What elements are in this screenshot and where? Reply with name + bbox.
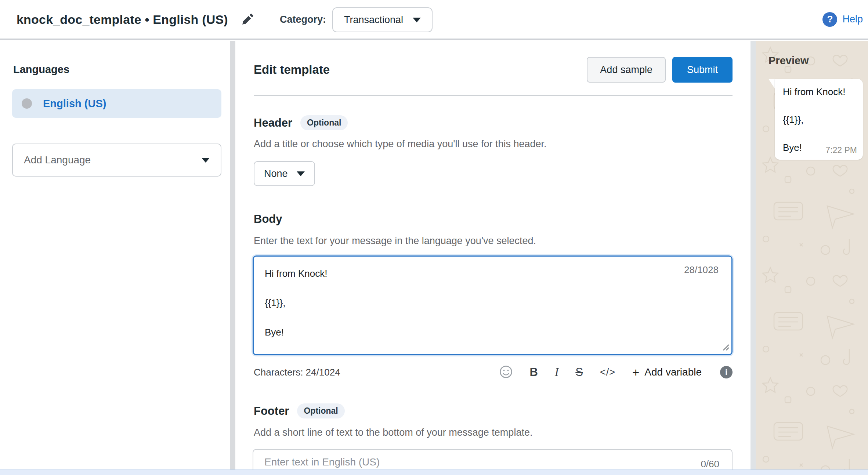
body-section-title: Body bbox=[254, 213, 282, 226]
header-section-description: Add a title or choose which type of medi… bbox=[254, 138, 547, 150]
chevron-down-icon bbox=[202, 158, 210, 163]
message-bubble: Hi from Knock! {{1}}, Bye! 7:22 PM bbox=[775, 79, 863, 160]
languages-sidebar: Languages English (US) Add Language bbox=[0, 41, 230, 469]
chevron-down-icon bbox=[297, 171, 305, 176]
italic-button[interactable]: I bbox=[555, 366, 558, 379]
language-label: English (US) bbox=[43, 98, 106, 110]
main-scrollbar[interactable] bbox=[751, 41, 756, 469]
chevron-down-icon bbox=[413, 18, 421, 22]
header-type-value: None bbox=[264, 168, 288, 180]
category-label: Category: bbox=[280, 14, 326, 25]
edit-template-panel: Edit template Add sample Submit Header O… bbox=[235, 41, 751, 469]
languages-heading: Languages bbox=[13, 64, 69, 76]
body-format-toolbar: Characters: 24/1024 B I S </> + Add v bbox=[254, 363, 733, 381]
template-title: knock_doc_template • English (US) bbox=[17, 12, 228, 26]
plus-icon: + bbox=[632, 366, 639, 378]
code-button[interactable]: </> bbox=[600, 367, 615, 378]
category-select[interactable]: Transactional bbox=[332, 7, 433, 32]
emoji-button[interactable] bbox=[499, 365, 513, 380]
optional-badge: Optional bbox=[297, 403, 344, 418]
add-language-placeholder: Add Language bbox=[24, 154, 91, 166]
top-bar: knock_doc_template • English (US) Catego… bbox=[0, 0, 868, 40]
page-title: Edit template bbox=[254, 63, 330, 77]
preview-heading: Preview bbox=[768, 55, 809, 67]
add-variable-label: Add variable bbox=[644, 366, 702, 378]
help-label: Help bbox=[842, 14, 863, 25]
add-variable-button[interactable]: + Add variable bbox=[632, 366, 702, 378]
pencil-icon bbox=[240, 22, 255, 28]
submit-button[interactable]: Submit bbox=[672, 57, 733, 83]
bottom-bar bbox=[0, 469, 868, 475]
message-text: Hi from Knock! {{1}}, Bye! bbox=[783, 85, 856, 155]
characters-counter-label: Characters: 24/1024 bbox=[254, 367, 340, 378]
add-sample-button[interactable]: Add sample bbox=[587, 57, 666, 83]
language-status-dot-icon bbox=[22, 98, 32, 109]
edit-title-button[interactable] bbox=[239, 12, 256, 28]
sidebar-scrollbar[interactable] bbox=[230, 41, 235, 469]
category-value: Transactional bbox=[344, 14, 403, 26]
body-text-input[interactable]: Hi from Knock! {{1}}, Bye! bbox=[253, 255, 733, 355]
smiley-icon bbox=[499, 365, 513, 380]
footer-char-counter: 0/60 bbox=[701, 458, 719, 469]
message-timestamp: 7:22 PM bbox=[825, 145, 857, 155]
body-section-description: Enter the text for your message in the l… bbox=[254, 235, 536, 247]
help-button[interactable]: ? Help bbox=[822, 12, 863, 27]
header-section-title: Header bbox=[254, 116, 292, 130]
strikethrough-button[interactable]: S bbox=[575, 366, 583, 379]
optional-badge: Optional bbox=[300, 115, 348, 130]
help-icon: ? bbox=[822, 12, 837, 27]
header-type-select[interactable]: None bbox=[254, 161, 315, 186]
footer-text-input[interactable] bbox=[253, 449, 733, 469]
add-language-select[interactable]: Add Language bbox=[12, 144, 221, 177]
body-char-counter: 28/1028 bbox=[684, 264, 719, 276]
sidebar-item-english-us[interactable]: English (US) bbox=[12, 89, 221, 118]
divider bbox=[254, 95, 733, 96]
preview-panel: Preview Hi from Knock! {{1}}, Bye! 7:22 … bbox=[756, 41, 868, 469]
footer-section-title: Footer bbox=[254, 405, 289, 418]
info-icon[interactable]: i bbox=[720, 366, 733, 378]
bold-button[interactable]: B bbox=[530, 366, 538, 379]
footer-section-description: Add a short line of text to the bottom o… bbox=[254, 427, 532, 438]
